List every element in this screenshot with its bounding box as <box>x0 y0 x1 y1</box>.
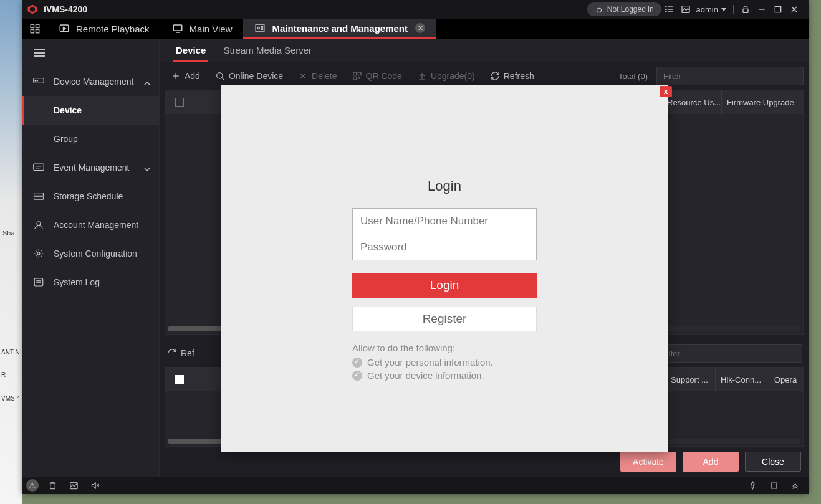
play-icon <box>59 23 70 34</box>
activate-button[interactable]: Activate <box>620 452 676 472</box>
add-button[interactable]: Add <box>165 62 206 90</box>
svg-point-33 <box>37 80 38 82</box>
svg-rect-17 <box>31 30 34 33</box>
trash-icon[interactable] <box>45 478 60 493</box>
svg-rect-38 <box>34 197 44 200</box>
storage-icon <box>32 191 45 202</box>
svg-rect-15 <box>31 24 34 27</box>
log-icon <box>32 277 45 288</box>
refresh-label: Refresh <box>504 71 534 81</box>
svg-point-7 <box>665 11 666 12</box>
total-count: Total (0) <box>618 72 648 81</box>
col-hik-connect[interactable]: Hik-Conn... <box>716 368 769 391</box>
sidebar-device-mgmt-label: Device Management <box>54 77 133 87</box>
monitor-icon <box>172 23 183 34</box>
svg-marker-20 <box>64 27 66 31</box>
window-icon[interactable] <box>766 478 781 493</box>
image-icon[interactable] <box>678 0 694 19</box>
qr-code-label: QR Code <box>366 71 402 81</box>
app-logo-icon <box>27 4 37 14</box>
login-button[interactable]: Login <box>352 273 537 298</box>
desktop-text-3: VMS 4 <box>1 395 20 402</box>
tab-main-view[interactable]: Main View <box>161 19 244 39</box>
header-checkbox[interactable] <box>165 98 194 107</box>
settings-panel-icon <box>254 22 266 34</box>
app-title: iVMS-4200 <box>44 4 87 14</box>
online-filter-input[interactable] <box>655 344 802 363</box>
svg-point-24 <box>258 27 260 29</box>
register-button[interactable]: Register <box>352 307 537 331</box>
maximize-icon[interactable] <box>770 0 786 19</box>
desktop-text-2: R <box>1 371 6 378</box>
svg-rect-41 <box>34 278 43 286</box>
sub-tabs: Device Stream Media Server <box>160 39 809 62</box>
title-bar: iVMS-4200 Not Logged in admin <box>22 0 809 19</box>
permission-info: Allow to do the following: Get your pers… <box>352 343 537 381</box>
svg-rect-16 <box>36 24 39 27</box>
tab-close-icon[interactable]: ✕ <box>415 23 425 33</box>
tab-maintenance[interactable]: Maintenance and Management ✕ <box>243 19 436 39</box>
permission-device: Get your device information. <box>367 370 484 381</box>
username-input[interactable] <box>352 208 537 234</box>
sidebar-item-group[interactable]: Group <box>22 125 159 153</box>
password-input[interactable] <box>352 234 537 260</box>
svg-rect-60 <box>771 483 777 488</box>
picture-icon[interactable] <box>66 478 81 493</box>
svg-point-39 <box>37 222 41 226</box>
minimize-icon[interactable] <box>754 0 770 19</box>
tab-remote-playback-label: Remote Playback <box>76 24 150 34</box>
online-add-button[interactable]: Add <box>683 452 739 472</box>
user-menu[interactable]: admin <box>694 5 729 14</box>
status-bar: ⚠ <box>22 477 809 494</box>
modal-close-button[interactable]: x <box>660 86 672 97</box>
mute-icon[interactable] <box>87 478 102 493</box>
filter-input[interactable] <box>656 67 804 85</box>
permission-title: Allow to do the following: <box>352 343 537 353</box>
desktop-left-strip: Sha ANT N R VMS 4 <box>0 0 22 504</box>
delete-label: Delete <box>312 71 337 81</box>
sidebar-device-label: Device <box>54 105 82 115</box>
online-close-button[interactable]: Close <box>745 452 801 472</box>
list-icon[interactable] <box>661 0 678 19</box>
sidebar-item-account-mgmt[interactable]: Account Management <box>22 211 159 239</box>
close-icon[interactable] <box>786 0 802 19</box>
tab-strip: Remote Playback Main View Maintenance an… <box>22 19 809 39</box>
tab-grid-icon[interactable] <box>22 19 47 39</box>
col-firmware-upgrade[interactable]: Firmware Upgrade <box>722 90 803 114</box>
add-label: Add <box>185 71 200 81</box>
sidebar-toggle[interactable] <box>22 39 159 67</box>
chevron-up-icon <box>144 78 150 85</box>
subtab-device[interactable]: Device <box>167 40 214 62</box>
sidebar-event-mgmt-label: Event Management <box>54 163 129 173</box>
svg-rect-52 <box>353 77 357 80</box>
col-operation[interactable]: Opera <box>769 368 803 391</box>
col-support[interactable]: Support ... <box>666 368 716 391</box>
lock-icon[interactable] <box>737 0 754 19</box>
expand-up-icon[interactable] <box>787 478 802 493</box>
online-header-checkbox[interactable] <box>165 375 194 384</box>
svg-rect-51 <box>358 72 361 75</box>
sidebar-item-system-log[interactable]: System Log <box>22 268 159 297</box>
desktop-share-label: Sha <box>2 229 15 237</box>
sidebar-group-event-mgmt[interactable]: Event Management <box>22 153 159 182</box>
sidebar-item-system-config[interactable]: System Configuration <box>22 239 159 268</box>
chevron-down-icon <box>144 164 150 171</box>
online-refresh-button[interactable]: Ref <box>166 340 201 367</box>
subtab-stream-media[interactable]: Stream Media Server <box>214 40 320 62</box>
svg-rect-18 <box>36 30 39 33</box>
sidebar-group-device-mgmt[interactable]: Device Management <box>22 67 159 96</box>
sidebar-item-device[interactable]: Device <box>22 96 159 125</box>
sidebar-sysconfig-label: System Configuration <box>54 249 137 259</box>
login-status-pill[interactable]: Not Logged in <box>587 2 661 16</box>
svg-rect-50 <box>353 72 357 75</box>
svg-rect-37 <box>34 193 44 196</box>
app-window: iVMS-4200 Not Logged in admin <box>22 0 809 494</box>
sidebar-item-storage-schedule[interactable]: Storage Schedule <box>22 182 159 211</box>
svg-rect-21 <box>173 25 182 31</box>
svg-point-46 <box>217 73 223 78</box>
svg-marker-9 <box>721 8 726 11</box>
pin-icon[interactable] <box>745 478 760 493</box>
alert-icon[interactable]: ⚠ <box>26 479 39 492</box>
tab-remote-playback[interactable]: Remote Playback <box>47 19 161 39</box>
online-device-label: Online Device <box>229 71 283 81</box>
